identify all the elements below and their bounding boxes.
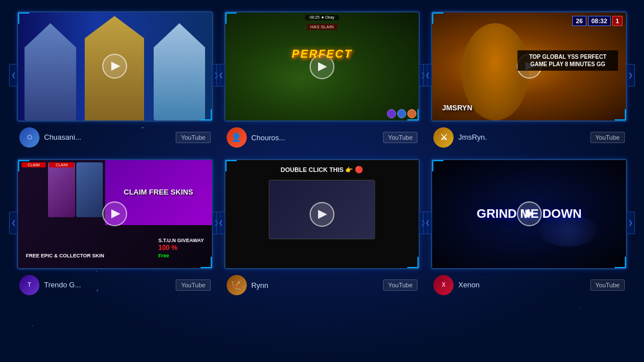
avatar-4: T bbox=[19, 275, 40, 295]
avatar-1: ⬡ bbox=[19, 127, 40, 148]
channel-row-5: 🏹 Rynn YouTube bbox=[224, 275, 420, 295]
double-click-text: DOUBLE CLICK THIS 👉 🔴 bbox=[281, 166, 363, 174]
game-hud: 08:25 ★ Okay bbox=[305, 15, 339, 20]
card-3-nav-right[interactable]: ❯ bbox=[626, 64, 635, 87]
channel-row-2: 👤 Chouros... YouTube bbox=[224, 127, 420, 148]
avatar-2: 👤 bbox=[227, 127, 247, 148]
thumbnail-1[interactable] bbox=[17, 11, 213, 122]
channel-name-2: Chouros... bbox=[251, 133, 378, 142]
card-3-nav-left[interactable]: ❮ bbox=[423, 64, 432, 87]
claim-tag-1: CLAIM bbox=[21, 162, 46, 167]
channel-name-5: Rynn bbox=[251, 281, 378, 290]
play-button-4[interactable] bbox=[102, 201, 127, 226]
avatar-3: ⚔ bbox=[433, 127, 454, 148]
claim-free-text: CLAIM FREE SKINS bbox=[124, 188, 193, 197]
channel-name-1: Chuasani... bbox=[44, 133, 171, 141]
stun-giveaway-text: S.T.U.N GIVEAWAY 100 % Free bbox=[158, 238, 204, 260]
yss-title-box: TOP GLOBAL YSS PERFECT GAME PLAY 8 MINUT… bbox=[517, 50, 618, 71]
yt-badge-5[interactable]: YouTube bbox=[383, 279, 417, 291]
has-slain-text: HAS SLAIN bbox=[307, 24, 337, 30]
free-epic-text: FREE EPIC & COLLECTOR SKIN bbox=[26, 253, 105, 260]
video-grid: ⬡ Chuasani... YouTube ❮ ❯ 08:25 ★ Okay H… bbox=[0, 0, 644, 307]
avatar-6: X bbox=[433, 275, 454, 295]
channel-row-3: ⚔ JmsRyn. YouTube bbox=[431, 127, 627, 148]
channel-name-3: JmsRyn. bbox=[458, 133, 585, 141]
thumbnail-2[interactable]: 08:25 ★ Okay HAS SLAIN PERFECT bbox=[224, 11, 420, 122]
card-1-nav-left[interactable]: ❮ bbox=[9, 64, 18, 87]
thumbnail-3[interactable]: 26 08:32 1 TOP GLOBAL YSS PERFECT GAME P… bbox=[431, 11, 627, 122]
video-card-6: GRIND ME DOWN X Xenon YouTube ❮ ❯ bbox=[431, 159, 627, 295]
yt-badge-3[interactable]: YouTube bbox=[590, 132, 625, 143]
video-card-5: DOUBLE CLICK THIS 👉 🔴 🏹 Rynn YouTube ❮ ❯ bbox=[224, 159, 420, 295]
card-6-nav-left[interactable]: ❮ bbox=[423, 212, 432, 234]
thumbnail-5[interactable]: DOUBLE CLICK THIS 👉 🔴 bbox=[224, 159, 420, 269]
card-5-nav-left[interactable]: ❮ bbox=[216, 212, 225, 234]
avatar-5: 🏹 bbox=[227, 275, 247, 295]
channel-row-1: ⬡ Chuasani... YouTube bbox=[17, 127, 213, 148]
video-card-3: 26 08:32 1 TOP GLOBAL YSS PERFECT GAME P… bbox=[431, 11, 627, 148]
stat-3: 1 bbox=[612, 16, 623, 26]
jmsryn-label: JMSRYN bbox=[442, 104, 472, 112]
play-button-6[interactable] bbox=[517, 201, 542, 226]
play-button-1[interactable] bbox=[102, 54, 127, 79]
video-card-2: 08:25 ★ Okay HAS SLAIN PERFECT 👤 Chouros… bbox=[224, 11, 420, 148]
stat-time: 08:32 bbox=[588, 16, 611, 26]
claim-tag-2: CLAIM bbox=[49, 162, 73, 167]
yt-badge-1[interactable]: YouTube bbox=[176, 132, 210, 143]
video-card-4: CLAIM CLAIM CLAIM FREE SKINS FREE EPIC &… bbox=[17, 159, 213, 295]
channel-row-6: X Xenon YouTube bbox=[431, 275, 627, 295]
card-2-nav-left[interactable]: ❮ bbox=[216, 64, 225, 87]
yt-badge-4[interactable]: YouTube bbox=[176, 279, 210, 291]
channel-row-4: T Trendo G... YouTube bbox=[17, 275, 213, 295]
play-button-5[interactable] bbox=[310, 202, 334, 227]
yt-badge-2[interactable]: YouTube bbox=[383, 132, 417, 143]
yss-title-text: TOP GLOBAL YSS PERFECT GAME PLAY 8 MINUT… bbox=[521, 53, 614, 68]
video-card-1: ⬡ Chuasani... YouTube ❮ ❯ bbox=[17, 11, 213, 148]
stat-kills: 26 bbox=[572, 16, 586, 26]
thumbnail-6[interactable]: GRIND ME DOWN bbox=[431, 159, 627, 269]
card-4-nav-left[interactable]: ❮ bbox=[9, 212, 18, 234]
yt-badge-6[interactable]: YouTube bbox=[590, 279, 625, 291]
channel-name-6: Xenon bbox=[458, 281, 585, 289]
card-6-nav-right[interactable]: ❯ bbox=[626, 212, 635, 234]
channel-name-4: Trendo G... bbox=[44, 281, 171, 289]
perfect-text: PERFECT bbox=[291, 47, 352, 60]
thumbnail-4[interactable]: CLAIM CLAIM CLAIM FREE SKINS FREE EPIC &… bbox=[17, 159, 213, 269]
